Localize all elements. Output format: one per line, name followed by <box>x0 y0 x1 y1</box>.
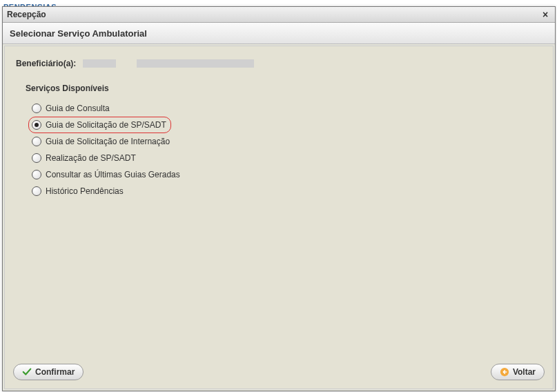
close-icon[interactable]: × <box>540 9 551 20</box>
button-bar: Confirmar Voltar <box>13 364 545 382</box>
dialog-titlebar: Recepção × <box>3 7 555 23</box>
dialog-subtitle: Selecionar Serviço Ambulatorial <box>3 23 555 44</box>
option-label: Realização de SP/SADT <box>46 153 136 163</box>
confirm-button[interactable]: Confirmar <box>13 364 84 380</box>
option-label: Consultar as Últimas Guias Geradas <box>46 170 180 179</box>
option-label: Histórico Pendências <box>46 186 124 196</box>
option-label: Guia de Solicitação de SP/SADT <box>46 120 166 130</box>
radio-icon[interactable] <box>32 120 41 130</box>
radio-icon[interactable] <box>32 104 41 113</box>
section-title: Serviços Disponíveis <box>26 84 546 93</box>
radio-icon[interactable] <box>32 153 41 163</box>
option-0[interactable]: Guia de Consulta <box>28 100 115 117</box>
dialog: Recepção × Selecionar Serviço Ambulatori… <box>2 6 556 391</box>
option-4[interactable]: Consultar as Últimas Guias Geradas <box>28 166 185 183</box>
option-2[interactable]: Guia de Solicitação de Internação <box>28 133 175 150</box>
confirm-button-label: Confirmar <box>35 367 75 377</box>
options-list: Guia de ConsultaGuia de Solicitação de S… <box>28 100 546 199</box>
dialog-body: Beneficiário(a): Serviços Disponíveis Gu… <box>4 46 554 389</box>
beneficiary-value-redacted-1 <box>83 59 116 68</box>
dialog-title: Recepção <box>7 10 46 19</box>
beneficiary-value-redacted-2 <box>137 59 254 68</box>
radio-icon[interactable] <box>32 137 41 146</box>
beneficiary-row: Beneficiário(a): <box>16 59 546 68</box>
option-label: Guia de Consulta <box>46 104 110 113</box>
radio-icon[interactable] <box>32 186 41 196</box>
option-3[interactable]: Realização de SP/SADT <box>28 150 141 166</box>
back-button[interactable]: Voltar <box>491 364 545 380</box>
option-5[interactable]: Histórico Pendências <box>28 183 128 199</box>
radio-icon[interactable] <box>32 170 41 179</box>
option-label: Guia de Solicitação de Internação <box>46 137 170 146</box>
back-arrow-icon <box>500 367 509 377</box>
option-1[interactable]: Guia de Solicitação de SP/SADT <box>28 117 171 133</box>
back-button-label: Voltar <box>513 367 536 377</box>
check-icon <box>22 367 32 377</box>
beneficiary-label: Beneficiário(a): <box>16 59 76 68</box>
